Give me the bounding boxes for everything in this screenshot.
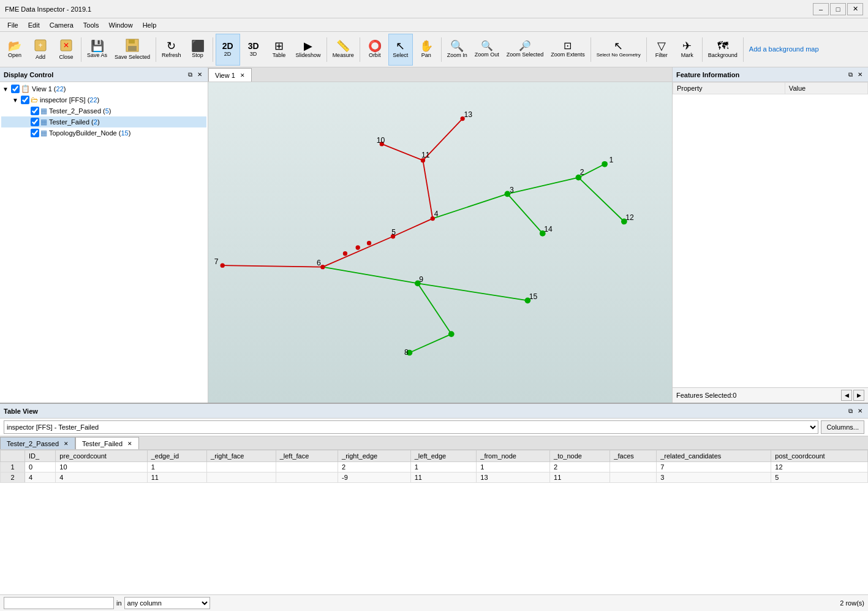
orbit-button[interactable]: ⭕ Orbit [363, 34, 387, 66]
menu-tools[interactable]: Tools [78, 20, 104, 30]
search-input[interactable] [4, 597, 114, 609]
add-bg-map-button[interactable]: Add a background map [746, 34, 822, 66]
col-faces[interactable]: _faces [610, 450, 657, 462]
toolbar-sep-10 [743, 37, 744, 62]
svg-point-35 [221, 264, 225, 268]
background-icon: 🗺 [717, 40, 728, 51]
zoom-selected-button[interactable]: 🔎 Zoom Selected [504, 34, 547, 66]
display-control-close-button[interactable]: ✕ [195, 70, 204, 79]
svg-rect-5 [129, 39, 135, 44]
menu-camera[interactable]: Camera [45, 20, 78, 30]
tree-tester-failed-checkbox[interactable] [31, 118, 39, 126]
close-button[interactable]: ✕ [847, 3, 863, 15]
tab-tester-failed-close[interactable]: ✕ [127, 441, 132, 447]
tree-inspector[interactable]: ▼ 🗁 inspector [FFS] (22) [1, 94, 206, 105]
filter-button[interactable]: ▽ Filter [649, 34, 674, 66]
col-to-node[interactable]: _to_node [550, 450, 610, 462]
mark-icon: ✈ [682, 40, 692, 51]
map-area[interactable]: 1 2 3 4 5 6 7 8 9 10 11 12 13 14 [208, 82, 672, 403]
display-control-float-button[interactable]: ⧉ [186, 70, 194, 79]
col-rownum [1, 450, 25, 462]
background-button[interactable]: 🗺 Background [705, 34, 741, 66]
display-control-panel: Display Control ⧉ ✕ ▼ 📋 View 1 (22) ▼ [0, 67, 208, 403]
zoom-extents-button[interactable]: ⊡ Zoom Extents [548, 34, 588, 66]
tree-tester-failed[interactable]: ▦ Tester_Failed (2) [1, 116, 206, 127]
svg-text:7: 7 [214, 257, 219, 266]
zoom-out-button[interactable]: 🔍 Zoom Out [472, 34, 502, 66]
slideshow-icon: ▶ [304, 40, 312, 51]
svg-text:1: 1 [609, 156, 613, 164]
svg-text:3: 3 [510, 186, 514, 194]
table-view-float-button[interactable]: ⧉ [847, 407, 855, 416]
columns-button[interactable]: Columns... [821, 420, 864, 434]
maximize-button[interactable]: □ [830, 3, 846, 15]
prev-feature-button[interactable]: ◀ [841, 390, 852, 401]
pan-button[interactable]: ✋ Pan [414, 34, 439, 66]
col-left-face[interactable]: _left_face [276, 450, 338, 462]
view-tab-1-close[interactable]: ✕ [240, 72, 245, 78]
col-left-edge[interactable]: _left_edge [410, 450, 477, 462]
mark-button[interactable]: ✈ Mark [675, 34, 700, 66]
stop-button[interactable]: ⬛ Stop [186, 34, 210, 66]
menu-help[interactable]: Help [138, 20, 162, 30]
feature-info-float-button[interactable]: ⧉ [847, 70, 855, 79]
tab-tester-failed[interactable]: Tester_Failed ✕ [75, 437, 139, 449]
svg-text:10: 10 [377, 136, 385, 145]
tree-view1-checkbox[interactable] [11, 85, 20, 93]
select-button[interactable]: ↖ Select [388, 34, 413, 66]
col-from-node[interactable]: _from_node [477, 450, 550, 462]
save-as-button[interactable]: 💾 Save As [84, 34, 110, 66]
toolbar-sep-9 [702, 37, 703, 62]
table-view-close-button[interactable]: ✕ [856, 407, 864, 416]
tree-topology-node[interactable]: ▦ TopologyBuilder_Node (15) [1, 127, 206, 139]
svg-text:2: 2 [580, 168, 584, 176]
tree-inspector-arrow: ▼ [12, 97, 21, 104]
col-related[interactable]: _related_candidates [657, 450, 771, 462]
table-row[interactable]: 2 4 4 11 -9 11 13 11 3 5 [1, 472, 868, 483]
next-feature-button[interactable]: ▶ [853, 390, 864, 401]
save-selected-button[interactable]: Save Selected [111, 34, 153, 66]
zoom-selected-icon: 🔎 [519, 41, 531, 51]
tab-tester-2-passed[interactable]: Tester_2_Passed ✕ [0, 437, 75, 449]
view-tabs: View 1 ✕ [208, 67, 672, 82]
col-right-face[interactable]: _right_face [207, 450, 276, 462]
measure-button[interactable]: 📏 Measure [330, 34, 357, 66]
close-file-button[interactable]: ✕ Close [54, 34, 78, 66]
zoom-in-button[interactable]: 🔍 Zoom In [444, 34, 470, 66]
col-id[interactable]: ID_ [25, 450, 56, 462]
data-table-container[interactable]: ID_ pre_coordcount _edge_id _right_face … [0, 450, 868, 594]
2d-button[interactable]: 2D 2D [216, 34, 240, 66]
table-row[interactable]: 1 0 10 1 2 1 1 2 7 12 [1, 462, 868, 472]
feature-info-scroll[interactable]: Property Value [673, 82, 868, 387]
dataset-select[interactable]: inspector [FFS] - Tester_Failed [4, 420, 818, 434]
menu-file[interactable]: File [2, 20, 23, 30]
tab-tester-2-passed-close[interactable]: ✕ [64, 441, 69, 447]
column-select[interactable]: any column [124, 597, 210, 609]
view-tab-1[interactable]: View 1 ✕ [208, 68, 252, 82]
col-edge-id[interactable]: _edge_id [147, 450, 206, 462]
tree-view1[interactable]: ▼ 📋 View 1 (22) [1, 83, 206, 94]
minimize-button[interactable]: – [813, 3, 829, 15]
select-no-geo-button[interactable]: ↖ Select No Geometry [594, 34, 644, 66]
tree-inspector-checkbox[interactable] [21, 96, 29, 104]
open-button[interactable]: 📂 Open [2, 34, 27, 66]
tree-tester2-checkbox[interactable] [31, 107, 39, 115]
display-control-title: Display Control [4, 71, 53, 78]
col-pre-coordcount[interactable]: pre_coordcount [56, 450, 147, 462]
menu-window[interactable]: Window [104, 20, 138, 30]
menu-edit[interactable]: Edit [23, 20, 45, 30]
tree-tester-2-passed[interactable]: ▦ Tester_2_Passed (5) [1, 105, 206, 116]
table-button[interactable]: ⊞ Table [267, 34, 292, 66]
refresh-button[interactable]: ↻ Refresh [159, 34, 184, 66]
col-post-coordcount[interactable]: post_coordcount [771, 450, 868, 462]
tree-topology-checkbox[interactable] [31, 129, 39, 137]
orbit-icon: ⭕ [368, 40, 382, 51]
slideshow-button[interactable]: ▶ Slideshow [293, 34, 324, 66]
in-label: in [116, 599, 122, 607]
col-right-edge[interactable]: _right_edge [338, 450, 411, 462]
add-button[interactable]: + Add [28, 34, 53, 66]
feature-info-close-button[interactable]: ✕ [856, 70, 864, 79]
title-bar: FME Data Inspector - 2019.1 – □ ✕ [0, 0, 868, 18]
feature-info-header: Feature Information ⧉ ✕ [673, 67, 868, 82]
3d-button[interactable]: 3D 3D [241, 34, 266, 66]
